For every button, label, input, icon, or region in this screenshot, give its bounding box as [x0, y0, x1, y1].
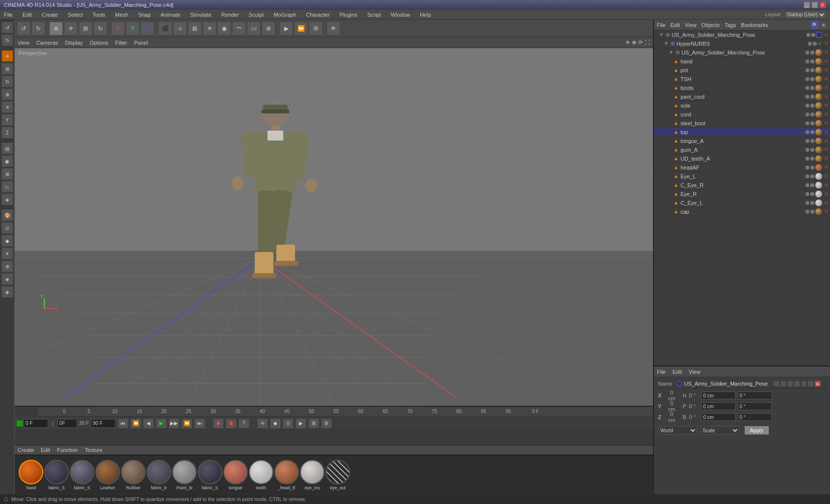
material-paint[interactable]: Paint_bi [172, 460, 197, 490]
tb-light[interactable]: ☀ [203, 22, 216, 35]
attr-icon4[interactable] [794, 381, 800, 387]
tool-scale[interactable]: ⊞ [1, 63, 13, 75]
tool-extra1[interactable]: ◈ [1, 273, 13, 285]
material-head[interactable]: _head_E [274, 460, 299, 490]
obj-row-cord[interactable]: ▲ cord ✕ [654, 110, 830, 119]
obj-row-ceyergt[interactable]: ▲ C_Eye_R ✕ [654, 181, 830, 190]
bm-file[interactable]: File [657, 22, 666, 28]
tb-renderset[interactable]: ⚙ [309, 22, 323, 35]
pantcord-x[interactable]: ✕ [824, 94, 828, 99]
menu-window[interactable]: Window [389, 11, 412, 19]
obj-row-us-army[interactable]: ▼ ⊙ US_Army_Soldier_Marching_Pose ✕ [654, 48, 830, 57]
mat-menu-texture[interactable]: Texture [85, 447, 102, 453]
menu-snap[interactable]: Snap [136, 11, 153, 19]
vp-icon-move[interactable]: ✛ [625, 39, 630, 46]
bm-bookmarks[interactable]: Bookmarks [741, 22, 768, 28]
filter-icon[interactable]: ≡ [820, 22, 827, 28]
mat-menu-create[interactable]: Create [18, 447, 34, 453]
menu-select[interactable]: Select [66, 11, 85, 19]
apply-button[interactable]: Apply [744, 426, 769, 435]
tb-renderall[interactable]: ⏩ [294, 22, 308, 35]
menu-tools[interactable]: Tools [90, 11, 107, 19]
material-leather[interactable]: Leather [95, 460, 120, 490]
menu-animate[interactable]: Animate [159, 11, 182, 19]
top-x[interactable]: ✕ [824, 129, 828, 135]
mat-ball-rubber[interactable] [121, 460, 146, 484]
tool-rotate[interactable]: ↻ [1, 76, 13, 87]
vp-menu-options[interactable]: Options [89, 40, 108, 46]
mat-ball-tongue[interactable] [223, 460, 248, 484]
tool-extra2[interactable]: ◈ [1, 286, 13, 298]
tc-prev-key[interactable]: ⏪ [130, 419, 141, 428]
obj-row-eyergt[interactable]: ▲ Eye_R ✕ [654, 190, 830, 198]
tc-key[interactable]: ◆ [270, 419, 281, 428]
mat-ball-eyeins[interactable] [300, 460, 325, 484]
maximize-button[interactable]: □ [811, 1, 818, 8]
menu-edit[interactable]: Edit [21, 11, 34, 19]
tc-help[interactable]: ? [238, 419, 249, 428]
obj-row-ceyelft[interactable]: ▲ C_Eye_L ✕ [654, 198, 830, 207]
tb-move[interactable]: ✛ [64, 22, 78, 35]
input-z-pos[interactable] [701, 413, 736, 421]
menu-simulate[interactable]: Simulate [188, 11, 213, 19]
material-teeth[interactable]: teeth [249, 460, 273, 490]
tb-z-axis[interactable]: Z [141, 22, 154, 35]
vp-icon-rotate[interactable]: ⟳ [638, 39, 643, 46]
bm-tags[interactable]: Tags [725, 22, 736, 28]
obj-row-sole[interactable]: ▲ sole ✕ [654, 101, 830, 110]
material-hand[interactable]: hand [19, 460, 43, 490]
material-fabric2[interactable]: fabric_S [70, 460, 94, 490]
tb-nurbs[interactable]: ⌾ [173, 22, 187, 35]
window-controls[interactable]: _ □ ✕ [803, 1, 826, 8]
input-x-rot[interactable] [738, 392, 772, 399]
transform-mode-select[interactable]: Scale Move Rotate [700, 426, 740, 435]
material-fabric1[interactable]: fabric_S [44, 460, 69, 490]
steelboot-x[interactable]: ✕ [824, 120, 828, 126]
obj-row-root[interactable]: ▼ ⊙ US_Army_Soldier_Marching_Pose ✕ [654, 30, 830, 39]
tc-move[interactable]: ✛ [257, 419, 268, 428]
obj-row-pnt[interactable]: ▲ pnt ✕ [654, 66, 830, 75]
menu-file[interactable]: File [2, 11, 15, 19]
tc-goto-end[interactable]: ⏭ [194, 419, 205, 428]
mat-ball-fabric1[interactable] [44, 460, 69, 484]
tb-select[interactable]: ⊕ [49, 22, 63, 35]
obj-row-udteeth[interactable]: ▲ UD_teeth_A ✕ [654, 154, 830, 163]
tb-x-axis[interactable]: ✕ [111, 22, 125, 35]
material-eyeins[interactable]: eye_ins [300, 460, 325, 490]
tc-settings[interactable]: ⚙ [321, 419, 332, 428]
material-rubber[interactable]: Rubber [121, 460, 146, 490]
tc-next-key[interactable]: ⏩ [181, 419, 192, 428]
boots-x[interactable]: ✕ [824, 85, 828, 90]
vp-icon-max[interactable]: ⛶ [645, 39, 650, 46]
cap-x[interactable]: ✕ [824, 209, 828, 214]
mat-ball-fabric2[interactable] [70, 460, 94, 484]
vp-menu-filter[interactable]: Filter [115, 40, 127, 46]
menu-sculpt[interactable]: Sculpt [247, 11, 266, 19]
mat-menu-edit[interactable]: Edit [41, 447, 50, 453]
tb-render[interactable]: ▶ [279, 22, 293, 35]
input-x-pos[interactable] [701, 392, 736, 399]
obj-row-hand[interactable]: ▲ hand ✕ [654, 57, 830, 66]
menu-script[interactable]: Script [365, 11, 383, 19]
mat-ball-leather[interactable] [95, 460, 120, 484]
tsh-x[interactable]: ✕ [824, 76, 828, 82]
layout-selector[interactable]: Startup (User) [784, 11, 826, 19]
mat-ball-eyeout[interactable] [326, 460, 350, 484]
tool-y[interactable]: Y [1, 114, 13, 126]
tool-render[interactable]: ◈ [1, 194, 13, 205]
tool-cam[interactable]: ⊗ [1, 260, 13, 272]
tongue-x[interactable]: ✕ [824, 138, 828, 143]
gum-x[interactable]: ✕ [824, 147, 828, 152]
mat-ball-paint[interactable] [172, 460, 197, 484]
tc-play2[interactable]: ▶ [296, 419, 306, 428]
material-tongue[interactable]: tongue [223, 460, 248, 490]
menu-create[interactable]: Create [40, 11, 60, 19]
eyergt-x[interactable]: ✕ [824, 191, 828, 196]
mat-ball-fabric3[interactable] [147, 460, 171, 484]
hand-x[interactable]: ✕ [824, 58, 828, 64]
obj-row-pantcord[interactable]: ▲ pant_cord ✕ [654, 92, 830, 101]
tc-next-frame[interactable]: ▶▶ [169, 419, 179, 428]
ceyergt-x[interactable]: ✕ [824, 182, 828, 188]
tc-circle[interactable]: ⊙ [283, 419, 294, 428]
headaf-x[interactable]: ✕ [824, 165, 828, 170]
